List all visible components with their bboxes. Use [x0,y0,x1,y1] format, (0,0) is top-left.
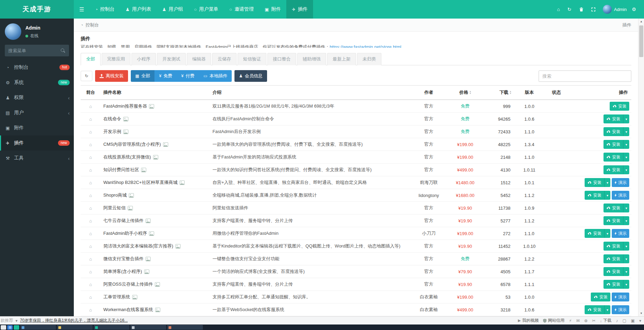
store-link[interactable]: https://www.fastadmin.net/store.html [330,44,401,48]
home-icon[interactable]: ⌂ [553,0,563,19]
page-scrollbar[interactable]: ▲ ▼ [638,19,644,316]
plugin-name-link[interactable]: Workerman在线客服系统 [103,307,153,313]
install-caret-button[interactable]: ▾ [604,229,610,238]
install-button[interactable]: 安装 [585,305,604,314]
install-button[interactable]: 安装 [603,165,623,174]
fullscreen-icon[interactable] [587,0,599,19]
brand[interactable]: 天成手游 [0,0,74,19]
taskbar-browser-icon[interactable] [14,325,19,330]
sidebar-item-dashboard[interactable]: ◔控制台hot [0,60,74,75]
plugin-name-link[interactable]: 微信支付宝整合插件 [103,256,143,262]
install-caret-button[interactable]: ▾ [604,305,610,314]
install-button[interactable]: 安装 [585,191,604,200]
frontend-home-icon[interactable]: ⌂ [89,231,92,236]
taskbar-doc-icon[interactable] [1,325,6,330]
admin-avatar[interactable] [603,5,612,14]
tab-editor[interactable]: 编辑器 [187,53,211,65]
filter-all-button[interactable]: ▦全部 [131,70,154,82]
frontend-home-icon[interactable]: ⌂ [89,129,92,134]
install-caret-button[interactable]: ▾ [623,127,629,136]
sidebar-item-tool[interactable]: ⚒工具‹ [0,151,74,166]
tab-cloud-storage[interactable]: 云储存 [212,53,237,65]
tab-api[interactable]: 接口整合 [267,53,296,65]
frontend-home-icon[interactable]: ⌂ [89,180,92,185]
plugin-name-link[interactable]: 工单管理系统 [103,294,130,300]
demo-button[interactable]: 演示 [612,191,629,200]
filter-paid-button[interactable]: ¥付费 [177,70,199,82]
frontend-home-icon[interactable]: ⌂ [89,282,92,287]
media-icon[interactable]: ♪ [616,318,618,323]
topnav-item-addon[interactable]: ✈插件 [286,0,313,19]
install-button[interactable]: 安装 [603,216,623,225]
plugin-name-link[interactable]: 七牛云存储上传插件 [103,218,143,224]
menu-search-input[interactable] [8,48,61,53]
tab-latest[interactable]: 最新上架 [327,53,356,65]
more-chevron-icon[interactable]: ▾ [639,318,641,323]
topnav-item-attachment[interactable]: ▣附件 [259,0,286,19]
user-avatar[interactable] [5,23,21,40]
refresh-button[interactable]: ↻ [81,71,92,81]
install-button[interactable]: 安装 [585,229,604,238]
scroll-down-arrow[interactable]: ▼ [639,310,644,316]
demo-button[interactable]: 演示 [612,178,629,187]
taskbar-window-2[interactable] [57,325,93,330]
frontend-home-icon[interactable]: ⌂ [89,256,92,262]
layers-icon[interactable]: ▣ [631,318,635,323]
plugin-name-link[interactable]: WanlShop B2B2C+社区种草直播商城 [103,179,177,186]
column-header-price[interactable]: 价格▴▾ [446,86,484,99]
taskbar-window-3[interactable] [94,325,129,330]
site-credit-button[interactable]: 网站信用 [543,318,564,323]
demo-button[interactable]: 演示 [612,305,629,314]
plus-icon[interactable]: ⊕ [584,318,588,323]
tab-dev-test[interactable]: 开发测试 [157,53,186,65]
taskbar-window-4[interactable] [130,325,166,330]
install-button[interactable]: 安装 [603,127,623,136]
frontend-home-icon[interactable]: ⌂ [89,218,92,223]
install-caret-button[interactable]: ▾ [623,114,629,123]
install-caret-button[interactable]: ▾ [623,140,629,149]
sidebar-item-user[interactable]: ▤用户‹ [0,105,74,120]
install-button[interactable]: 安装 [585,178,604,187]
taskbar-window-1[interactable] [20,325,56,330]
plugin-name-link[interactable]: 在线投票系统(支持微信) [103,154,151,160]
scrollbar-thumb[interactable] [639,25,643,57]
sidebar-toggle-button[interactable]: ☰ [74,0,90,19]
plugin-name-link[interactable]: 简洁强大的富文本编辑器(官方推荐) [103,243,173,249]
install-button[interactable]: 安装 [603,280,623,289]
offline-install-button[interactable]: 离线安装 [95,70,128,82]
topnav-item-user-menu[interactable]: ○用户菜单 [188,0,224,19]
install-button[interactable]: 安装 [603,204,623,212]
plugin-name-link[interactable]: 开发示例 [103,129,121,135]
install-caret-button[interactable]: ▾ [623,242,629,251]
column-header-downloads[interactable]: 下载▴▾ [484,86,516,99]
plugin-name-link[interactable]: FastAdmin推荐服务器 [103,103,147,109]
sidebar-item-attachment[interactable]: ▣附件 [0,120,74,135]
window-icon[interactable]: ▢ [622,318,626,323]
topnav-item-user-list[interactable]: ♟用户列表 [120,0,157,19]
start-button[interactable]: ⊞ [7,325,13,330]
member-info-button[interactable]: ♟会员信息 [234,70,267,82]
install-caret-button[interactable]: ▾ [623,204,629,212]
trash-icon[interactable] [575,0,587,19]
promo-caret-icon[interactable]: ▾ [15,318,18,323]
my-videos-button[interactable]: ▶我的视频 [518,318,539,323]
frontend-home-icon[interactable]: ⌂ [89,167,92,173]
sidebar-item-general[interactable]: ⚙系统new [0,75,74,90]
mail-icon[interactable]: ✉ [576,318,580,323]
install-caret-button[interactable]: ▾ [623,280,629,289]
install-button[interactable]: 安装 [610,102,629,111]
frontend-home-icon[interactable]: ⌂ [89,142,92,147]
refresh-icon[interactable]: ↻ [564,0,575,19]
taskbar-window-5[interactable] [167,325,203,330]
breadcrumb-home[interactable]: ◔ 控制台 [81,22,99,28]
plugin-name-link[interactable]: 阿里云短信 [103,205,126,211]
plugin-name-link[interactable]: 阿里OSS云存储上传插件 [103,281,153,287]
admin-label[interactable]: Admin [614,7,627,12]
install-button[interactable]: 安装 [603,267,623,276]
install-button[interactable]: 安装 [591,293,610,301]
plugin-name-link[interactable]: FastAdmin助手小程序 [103,230,147,236]
install-button[interactable]: 安装 [603,140,623,149]
topnav-item-user-group[interactable]: ♟用户组 [157,0,189,19]
scroll-up-arrow[interactable]: ▲ [639,19,644,24]
plugin-name-link[interactable]: CMS内容管理系统(含小程序) [103,141,161,147]
